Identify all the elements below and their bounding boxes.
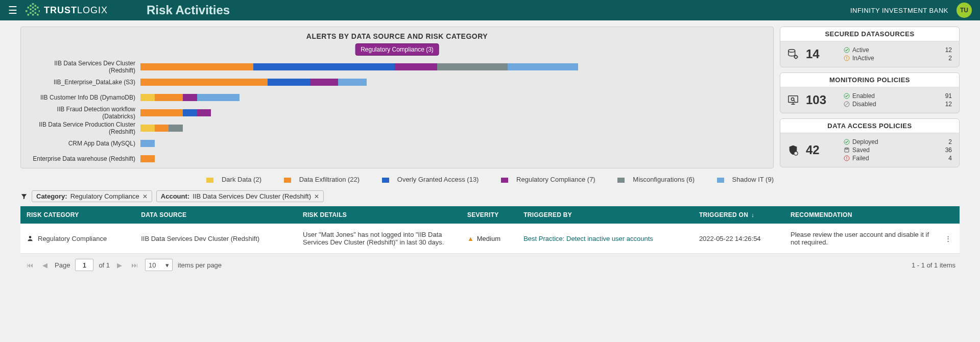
status-label: Enabled xyxy=(844,92,875,100)
next-page-button[interactable]: ▶ xyxy=(115,261,124,269)
per-page-select[interactable]: 10▾ xyxy=(145,259,173,271)
last-page-button[interactable]: ⏭ xyxy=(129,261,140,269)
svg-rect-30 xyxy=(846,148,848,150)
chart-row-bar[interactable] xyxy=(140,63,766,70)
col-risk-details[interactable]: RISK DETAILS xyxy=(297,206,461,224)
triggered-by-link[interactable]: Best Practice: Detect inactive user acco… xyxy=(523,235,653,242)
svg-rect-9 xyxy=(32,10,34,12)
per-page-label: items per page xyxy=(178,261,222,269)
triggered-on-cell: 2022-05-22 14:26:54 xyxy=(693,224,784,254)
svg-rect-12 xyxy=(35,12,37,14)
svg-rect-6 xyxy=(30,9,32,11)
bar-segment[interactable] xyxy=(183,94,197,101)
disabled-icon xyxy=(844,101,850,107)
card-title: DATA ACCESS POLICIES xyxy=(780,119,959,133)
shield-user-icon xyxy=(787,144,799,156)
page-input[interactable] xyxy=(75,259,93,271)
recommendation-cell: Please review the user account and disab… xyxy=(784,224,936,254)
secured-datasources-card: SECURED DATASOURCES 14 Active12InActive2 xyxy=(780,27,960,67)
close-icon[interactable]: ✕ xyxy=(142,193,148,200)
svg-rect-15 xyxy=(37,14,39,16)
check-circle-icon xyxy=(844,93,850,99)
status-count: 2 xyxy=(948,55,952,62)
bar-segment[interactable] xyxy=(140,63,253,70)
legend-misconfig[interactable]: Misconfigurations (6) xyxy=(612,176,700,183)
col-triggered-by[interactable]: TRIGGERED BY xyxy=(517,206,693,224)
bar-segment[interactable] xyxy=(197,109,211,116)
legend-overly-granted[interactable]: Overly Granted Access (13) xyxy=(377,176,484,183)
col-data-source[interactable]: DATA SOURCE xyxy=(135,206,297,224)
status-row: Disabled12 xyxy=(844,101,952,108)
close-icon[interactable]: ✕ xyxy=(314,193,319,200)
legend-dark-data[interactable]: Dark Data (2) xyxy=(201,176,267,183)
legend-regulatory[interactable]: Regulatory Compliance (7) xyxy=(496,176,601,183)
svg-rect-8 xyxy=(26,10,28,12)
bar-segment[interactable] xyxy=(310,79,338,86)
prev-page-button[interactable]: ◀ xyxy=(40,261,50,269)
bar-segment[interactable] xyxy=(253,63,395,70)
bar-segment[interactable] xyxy=(140,140,155,147)
legend-shadow-it[interactable]: Shadow IT (9) xyxy=(712,176,779,183)
chart-row: IIB_Enterprise_DataLake (S3) xyxy=(28,78,766,86)
chart-tooltip: Regulatory Compliance (3) xyxy=(355,43,439,56)
filter-chip[interactable]: Category: Regulatory Compliance✕ xyxy=(32,190,152,202)
chart-row-bar[interactable] xyxy=(140,79,766,86)
chart-row-bar[interactable] xyxy=(140,94,766,101)
status-label: Deployed xyxy=(844,138,878,145)
legend-data-exfil[interactable]: Data Exfiltration (22) xyxy=(279,176,365,183)
bar-segment[interactable] xyxy=(437,63,508,70)
bar-segment[interactable] xyxy=(140,155,155,162)
bar-segment[interactable] xyxy=(140,79,268,86)
col-triggered-on[interactable]: TRIGGERED ON↓ xyxy=(693,206,784,224)
brand-logo[interactable]: TRUSTLOGIX xyxy=(26,3,108,17)
row-actions-button[interactable]: ⋮ xyxy=(936,224,960,254)
bar-segment[interactable] xyxy=(155,125,169,132)
filter-key: Category: xyxy=(36,192,67,200)
chart-legend: Dark Data (2) Data Exfiltration (22) Ove… xyxy=(20,176,960,183)
brand-text: TRUSTLOGIX xyxy=(44,5,108,16)
bar-segment[interactable] xyxy=(268,79,310,86)
svg-rect-11 xyxy=(30,12,32,14)
access-count: 42 xyxy=(806,143,836,157)
bar-segment[interactable] xyxy=(197,94,240,101)
bar-segment[interactable] xyxy=(140,94,155,101)
chart-row-bar[interactable] xyxy=(140,155,766,162)
data-source-cell: IIB Data Services Dev Cluster (Redshift) xyxy=(135,224,297,254)
chart-row: IIB Customer Info DB (DynamoDB) xyxy=(28,93,766,102)
chart-row-label: IIB Customer Info DB (DynamoDB) xyxy=(28,94,135,101)
hamburger-menu-icon[interactable]: ☰ xyxy=(8,4,17,16)
bar-segment[interactable] xyxy=(508,63,578,70)
chart-row-bar[interactable] xyxy=(140,140,766,147)
svg-rect-13 xyxy=(28,14,30,16)
svg-rect-3 xyxy=(28,7,30,9)
status-label: Failed xyxy=(844,155,869,162)
col-severity[interactable]: SEVERITY xyxy=(461,206,517,224)
chart-row-bar[interactable] xyxy=(140,109,766,116)
bar-segment[interactable] xyxy=(140,109,183,116)
alerts-chart-panel: ALERTS BY DATA SOURCE AND RISK CATEGORY … xyxy=(20,27,774,168)
svg-point-16 xyxy=(788,50,795,53)
bar-segment[interactable] xyxy=(338,79,366,86)
col-risk-category[interactable]: RISK CATEGORY xyxy=(20,206,135,224)
page-label: Page xyxy=(55,261,70,269)
svg-rect-14 xyxy=(32,14,34,16)
bar-segment[interactable] xyxy=(169,125,183,132)
monitor-search-icon xyxy=(787,94,799,106)
bar-segment[interactable] xyxy=(155,94,183,101)
first-page-button[interactable]: ⏮ xyxy=(25,261,35,269)
summary-cards: SECURED DATASOURCES 14 Active12InActive2… xyxy=(780,27,960,168)
bar-segment[interactable] xyxy=(183,109,197,116)
chart-row-bar[interactable] xyxy=(140,125,766,132)
fail-circle-icon xyxy=(844,155,850,161)
col-recommendation[interactable]: RECOMMENDATION xyxy=(784,206,936,224)
chevron-down-icon: ▾ xyxy=(165,261,169,269)
bar-segment[interactable] xyxy=(395,63,437,70)
table-row[interactable]: Regulatory ComplianceIIB Data Services D… xyxy=(20,224,960,254)
filter-value: IIB Data Services Dev Cluster (Redshift) xyxy=(193,192,311,200)
filter-chip[interactable]: Account: IIB Data Services Dev Cluster (… xyxy=(156,190,324,202)
risk-details-cell: User "Matt Jones" has not logged into "I… xyxy=(297,224,461,254)
bar-segment[interactable] xyxy=(140,125,155,132)
filter-value: Regulatory Compliance xyxy=(70,192,139,200)
avatar[interactable]: TU xyxy=(957,3,972,18)
risk-category-cell: Regulatory Compliance xyxy=(27,235,129,242)
